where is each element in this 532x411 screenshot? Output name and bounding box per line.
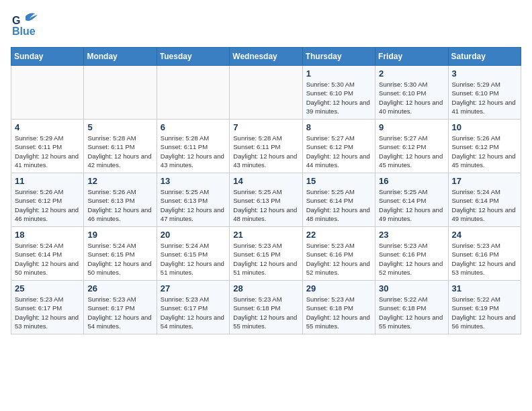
day-number: 30 [379,283,444,293]
day-number: 11 [15,176,80,186]
day-number: 31 [452,283,517,293]
calendar-cell: 25Sunrise: 5:23 AMSunset: 6:17 PMDayligh… [11,281,84,334]
calendar-cell: 2Sunrise: 5:30 AMSunset: 6:10 PMDaylight… [375,66,448,120]
calendar-week-row: 25Sunrise: 5:23 AMSunset: 6:17 PMDayligh… [11,281,521,334]
col-header-saturday: Saturday [448,48,521,66]
day-number: 26 [87,283,152,293]
day-info: Sunrise: 5:22 AMSunset: 6:19 PMDaylight:… [452,295,517,330]
col-header-friday: Friday [375,48,448,66]
calendar-cell: 4Sunrise: 5:29 AMSunset: 6:11 PMDaylight… [11,120,84,173]
calendar-cell: 15Sunrise: 5:25 AMSunset: 6:14 PMDayligh… [302,173,375,227]
day-number: 6 [161,122,226,132]
calendar-table: SundayMondayTuesdayWednesdayThursdayFrid… [11,47,521,334]
day-number: 7 [233,122,298,132]
day-info: Sunrise: 5:25 AMSunset: 6:14 PMDaylight:… [306,187,371,223]
calendar-cell: 8Sunrise: 5:27 AMSunset: 6:12 PMDaylight… [302,120,375,173]
calendar-cell: 31Sunrise: 5:22 AMSunset: 6:19 PMDayligh… [448,281,521,334]
calendar-cell: 6Sunrise: 5:28 AMSunset: 6:11 PMDaylight… [157,120,229,173]
svg-text:G: G [12,15,20,26]
calendar-cell: 22Sunrise: 5:23 AMSunset: 6:16 PMDayligh… [302,227,375,281]
day-number: 23 [379,230,444,240]
day-number: 5 [87,122,152,132]
day-number: 18 [15,230,80,240]
day-number: 19 [87,230,152,240]
day-info: Sunrise: 5:23 AMSunset: 6:18 PMDaylight:… [233,295,298,330]
calendar-cell: 16Sunrise: 5:25 AMSunset: 6:14 PMDayligh… [375,173,448,227]
col-header-tuesday: Tuesday [157,48,229,66]
col-header-sunday: Sunday [11,48,84,66]
day-info: Sunrise: 5:28 AMSunset: 6:11 PMDaylight:… [87,134,152,169]
calendar-cell [11,66,84,120]
calendar-cell: 3Sunrise: 5:29 AMSunset: 6:10 PMDaylight… [448,66,521,120]
day-info: Sunrise: 5:29 AMSunset: 6:10 PMDaylight:… [452,80,517,116]
calendar-cell: 1Sunrise: 5:30 AMSunset: 6:10 PMDaylight… [302,66,375,120]
calendar-cell: 26Sunrise: 5:23 AMSunset: 6:17 PMDayligh… [84,281,157,334]
calendar-cell: 14Sunrise: 5:25 AMSunset: 6:13 PMDayligh… [230,173,302,227]
day-info: Sunrise: 5:30 AMSunset: 6:10 PMDaylight:… [306,80,371,116]
day-info: Sunrise: 5:24 AMSunset: 6:14 PMDaylight:… [15,241,80,277]
calendar-cell: 21Sunrise: 5:23 AMSunset: 6:15 PMDayligh… [230,227,302,281]
calendar-cell: 5Sunrise: 5:28 AMSunset: 6:11 PMDaylight… [84,120,157,173]
day-number: 27 [161,283,226,293]
day-info: Sunrise: 5:23 AMSunset: 6:17 PMDaylight:… [161,295,226,330]
calendar-cell: 30Sunrise: 5:22 AMSunset: 6:18 PMDayligh… [375,281,448,334]
calendar-cell: 23Sunrise: 5:23 AMSunset: 6:16 PMDayligh… [375,227,448,281]
calendar-cell: 24Sunrise: 5:23 AMSunset: 6:16 PMDayligh… [448,227,521,281]
day-number: 16 [379,176,444,186]
day-number: 10 [452,122,517,132]
day-number: 24 [452,230,517,240]
day-info: Sunrise: 5:23 AMSunset: 6:15 PMDaylight:… [233,241,298,277]
calendar-cell [84,66,157,120]
day-number: 15 [306,176,371,186]
calendar-cell: 17Sunrise: 5:24 AMSunset: 6:14 PMDayligh… [448,173,521,227]
day-info: Sunrise: 5:25 AMSunset: 6:13 PMDaylight:… [161,187,226,223]
day-info: Sunrise: 5:28 AMSunset: 6:11 PMDaylight:… [161,134,226,169]
day-number: 3 [452,68,517,79]
day-info: Sunrise: 5:26 AMSunset: 6:13 PMDaylight:… [87,187,152,223]
day-info: Sunrise: 5:30 AMSunset: 6:10 PMDaylight:… [379,80,444,116]
day-info: Sunrise: 5:25 AMSunset: 6:13 PMDaylight:… [233,187,298,223]
calendar-cell: 19Sunrise: 5:24 AMSunset: 6:15 PMDayligh… [84,227,157,281]
calendar-cell: 7Sunrise: 5:28 AMSunset: 6:11 PMDaylight… [230,120,302,173]
day-info: Sunrise: 5:24 AMSunset: 6:14 PMDaylight:… [452,187,517,223]
calendar-cell: 11Sunrise: 5:26 AMSunset: 6:12 PMDayligh… [11,173,84,227]
calendar-cell: 13Sunrise: 5:25 AMSunset: 6:13 PMDayligh… [157,173,229,227]
day-info: Sunrise: 5:24 AMSunset: 6:15 PMDaylight:… [161,241,226,277]
calendar-week-row: 1Sunrise: 5:30 AMSunset: 6:10 PMDaylight… [11,66,521,120]
calendar-cell [157,66,229,120]
day-info: Sunrise: 5:22 AMSunset: 6:18 PMDaylight:… [379,295,444,330]
day-number: 4 [15,122,80,132]
day-info: Sunrise: 5:23 AMSunset: 6:16 PMDaylight:… [379,241,444,277]
day-number: 1 [306,68,371,79]
day-number: 2 [379,68,444,79]
day-info: Sunrise: 5:23 AMSunset: 6:16 PMDaylight:… [452,241,517,277]
day-info: Sunrise: 5:23 AMSunset: 6:18 PMDaylight:… [306,295,371,330]
day-number: 17 [452,176,517,186]
calendar-week-row: 4Sunrise: 5:29 AMSunset: 6:11 PMDaylight… [11,120,521,173]
day-info: Sunrise: 5:26 AMSunset: 6:12 PMDaylight:… [15,187,80,223]
calendar-cell: 27Sunrise: 5:23 AMSunset: 6:17 PMDayligh… [157,281,229,334]
day-info: Sunrise: 5:27 AMSunset: 6:12 PMDaylight:… [379,134,444,169]
day-info: Sunrise: 5:29 AMSunset: 6:11 PMDaylight:… [15,134,80,169]
day-info: Sunrise: 5:23 AMSunset: 6:17 PMDaylight:… [87,295,152,330]
calendar-cell: 9Sunrise: 5:27 AMSunset: 6:12 PMDaylight… [375,120,448,173]
day-number: 20 [161,230,226,240]
calendar-cell: 10Sunrise: 5:26 AMSunset: 6:12 PMDayligh… [448,120,521,173]
day-info: Sunrise: 5:23 AMSunset: 6:16 PMDaylight:… [306,241,371,277]
day-info: Sunrise: 5:23 AMSunset: 6:17 PMDaylight:… [15,295,80,330]
calendar-week-row: 11Sunrise: 5:26 AMSunset: 6:12 PMDayligh… [11,173,521,227]
calendar-cell: 18Sunrise: 5:24 AMSunset: 6:14 PMDayligh… [11,227,84,281]
calendar-week-row: 18Sunrise: 5:24 AMSunset: 6:14 PMDayligh… [11,227,521,281]
day-number: 28 [233,283,298,293]
page-header: G Blue [11,11,521,39]
col-header-thursday: Thursday [302,48,375,66]
calendar-cell: 29Sunrise: 5:23 AMSunset: 6:18 PMDayligh… [302,281,375,334]
calendar-header-row: SundayMondayTuesdayWednesdayThursdayFrid… [11,48,521,66]
day-number: 8 [306,122,371,132]
day-info: Sunrise: 5:28 AMSunset: 6:11 PMDaylight:… [233,134,298,169]
day-info: Sunrise: 5:25 AMSunset: 6:14 PMDaylight:… [379,187,444,223]
col-header-monday: Monday [84,48,157,66]
calendar-cell: 20Sunrise: 5:24 AMSunset: 6:15 PMDayligh… [157,227,229,281]
svg-text:Blue: Blue [12,26,36,37]
col-header-wednesday: Wednesday [230,48,302,66]
